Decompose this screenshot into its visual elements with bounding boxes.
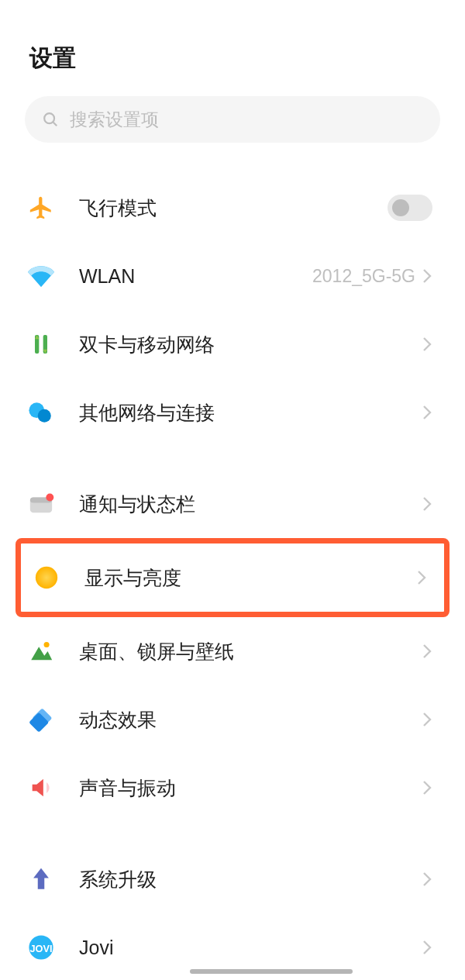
svg-point-10 — [44, 642, 50, 647]
setting-row-motion[interactable]: 动态效果 — [0, 685, 465, 754]
sound-icon — [28, 775, 54, 801]
setting-row-wlan[interactable]: WLAN 2012_5G-5G — [0, 242, 465, 310]
svg-line-1 — [53, 122, 57, 126]
row-label: 声音与振动 — [79, 775, 422, 801]
row-label: 其他网络与连接 — [79, 400, 422, 426]
row-label: 双卡与移动网络 — [79, 332, 422, 357]
search-placeholder: 搜索设置项 — [70, 108, 159, 132]
home-indicator — [190, 969, 353, 974]
chevron-right-icon — [416, 568, 427, 587]
setting-row-notif[interactable]: 通知与状态栏 — [0, 470, 465, 538]
highlight-box: 显示与亮度 — [16, 538, 450, 617]
wifi-icon — [28, 263, 54, 289]
chevron-right-icon — [422, 495, 432, 513]
toggle-off[interactable] — [388, 195, 432, 221]
svg-point-5 — [38, 409, 51, 423]
update-icon — [28, 866, 54, 892]
svg-text:JOVI: JOVI — [29, 943, 52, 954]
airplane-icon — [28, 195, 54, 221]
row-label: Jovi — [79, 937, 422, 959]
row-label: 桌面、锁屏与壁纸 — [79, 639, 422, 664]
setting-row-sim[interactable]: 双卡与移动网络 — [0, 310, 465, 378]
chevron-right-icon — [422, 778, 432, 797]
page-title: 设置 — [0, 0, 465, 74]
search-icon — [42, 111, 59, 128]
chevron-right-icon — [422, 403, 432, 422]
brightness-icon — [33, 564, 60, 591]
connection-icon — [28, 399, 54, 426]
setting-row-display[interactable]: 显示与亮度 — [21, 543, 444, 612]
notification-icon — [28, 491, 54, 517]
chevron-right-icon — [422, 870, 432, 889]
setting-row-update[interactable]: 系统升级 — [0, 845, 465, 913]
row-label: 动态效果 — [79, 707, 422, 733]
svg-point-0 — [44, 113, 54, 123]
wallpaper-icon — [28, 638, 54, 664]
row-label: WLAN — [79, 265, 312, 288]
row-label: 显示与亮度 — [84, 565, 416, 591]
row-label: 通知与状态栏 — [79, 492, 422, 517]
sim-icon — [28, 331, 54, 357]
chevron-right-icon — [422, 642, 432, 661]
setting-row-sound[interactable]: 声音与振动 — [0, 754, 465, 822]
search-input[interactable]: 搜索设置项 — [25, 96, 440, 143]
setting-row-wallpaper[interactable]: 桌面、锁屏与壁纸 — [0, 617, 465, 685]
svg-point-8 — [46, 494, 53, 502]
row-value: 2012_5G-5G — [312, 266, 415, 287]
chevron-right-icon — [422, 267, 432, 285]
row-label: 系统升级 — [79, 867, 422, 892]
setting-row-network[interactable]: 其他网络与连接 — [0, 378, 465, 447]
chevron-right-icon — [422, 335, 432, 354]
chevron-right-icon — [422, 710, 432, 729]
jovi-icon: JOVI — [28, 934, 54, 961]
motion-icon — [28, 706, 54, 733]
svg-point-9 — [36, 567, 57, 588]
row-label: 飞行模式 — [79, 195, 388, 221]
setting-row-airplane[interactable]: 飞行模式 — [0, 174, 465, 242]
chevron-right-icon — [422, 938, 432, 957]
